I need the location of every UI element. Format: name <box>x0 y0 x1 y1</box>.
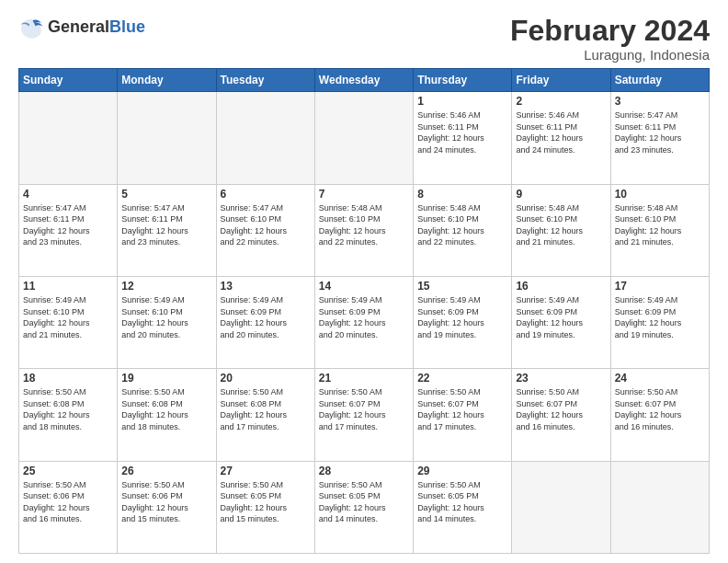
day-cell: 15Sunrise: 5:49 AM Sunset: 6:09 PM Dayli… <box>414 276 512 368</box>
day-cell: 9Sunrise: 5:48 AM Sunset: 6:10 PM Daylig… <box>512 184 610 276</box>
weekday-friday: Friday <box>512 69 610 92</box>
day-cell: 8Sunrise: 5:48 AM Sunset: 6:10 PM Daylig… <box>414 184 512 276</box>
day-info: Sunrise: 5:49 AM Sunset: 6:09 PM Dayligh… <box>221 294 311 340</box>
day-number: 15 <box>417 280 507 293</box>
day-info: Sunrise: 5:50 AM Sunset: 6:07 PM Dayligh… <box>417 386 507 432</box>
day-cell <box>512 461 610 553</box>
day-cell: 1Sunrise: 5:46 AM Sunset: 6:11 PM Daylig… <box>414 92 512 184</box>
day-number: 9 <box>516 188 606 201</box>
logo: GeneralBlue <box>18 15 145 40</box>
day-number: 6 <box>221 188 311 201</box>
day-number: 19 <box>121 372 211 385</box>
logo-text: GeneralBlue <box>48 18 145 37</box>
day-info: Sunrise: 5:49 AM Sunset: 6:10 PM Dayligh… <box>23 294 113 340</box>
day-cell: 6Sunrise: 5:47 AM Sunset: 6:10 PM Daylig… <box>216 184 314 276</box>
day-info: Sunrise: 5:49 AM Sunset: 6:09 PM Dayligh… <box>417 294 507 340</box>
day-info: Sunrise: 5:50 AM Sunset: 6:07 PM Dayligh… <box>516 386 606 432</box>
day-info: Sunrise: 5:50 AM Sunset: 6:06 PM Dayligh… <box>23 479 113 525</box>
day-cell <box>610 461 709 553</box>
day-cell: 18Sunrise: 5:50 AM Sunset: 6:08 PM Dayli… <box>19 369 118 461</box>
day-info: Sunrise: 5:50 AM Sunset: 6:07 PM Dayligh… <box>319 386 409 432</box>
title-block: February 2024 Luragung, Indonesia <box>510 15 710 63</box>
day-number: 2 <box>516 95 606 108</box>
day-info: Sunrise: 5:50 AM Sunset: 6:08 PM Dayligh… <box>23 386 113 432</box>
day-cell: 13Sunrise: 5:49 AM Sunset: 6:09 PM Dayli… <box>216 276 314 368</box>
weekday-header-row: SundayMondayTuesdayWednesdayThursdayFrid… <box>19 69 710 92</box>
day-number: 21 <box>319 372 409 385</box>
day-info: Sunrise: 5:50 AM Sunset: 6:05 PM Dayligh… <box>221 479 311 525</box>
day-cell: 27Sunrise: 5:50 AM Sunset: 6:05 PM Dayli… <box>216 461 314 553</box>
day-info: Sunrise: 5:49 AM Sunset: 6:09 PM Dayligh… <box>319 294 409 340</box>
calendar: SundayMondayTuesdayWednesdayThursdayFrid… <box>18 68 710 554</box>
day-info: Sunrise: 5:47 AM Sunset: 6:11 PM Dayligh… <box>121 202 211 248</box>
weekday-wednesday: Wednesday <box>314 69 413 92</box>
weekday-tuesday: Tuesday <box>216 69 314 92</box>
day-info: Sunrise: 5:50 AM Sunset: 6:05 PM Dayligh… <box>417 479 507 525</box>
day-number: 24 <box>615 372 705 385</box>
day-cell: 3Sunrise: 5:47 AM Sunset: 6:11 PM Daylig… <box>610 92 709 184</box>
day-number: 8 <box>417 188 507 201</box>
day-cell: 25Sunrise: 5:50 AM Sunset: 6:06 PM Dayli… <box>19 461 118 553</box>
day-info: Sunrise: 5:46 AM Sunset: 6:11 PM Dayligh… <box>417 109 507 155</box>
location: Luragung, Indonesia <box>510 47 710 63</box>
day-number: 7 <box>319 188 409 201</box>
day-info: Sunrise: 5:49 AM Sunset: 6:09 PM Dayligh… <box>615 294 705 340</box>
day-number: 17 <box>615 280 705 293</box>
day-cell: 20Sunrise: 5:50 AM Sunset: 6:08 PM Dayli… <box>216 369 314 461</box>
day-info: Sunrise: 5:47 AM Sunset: 6:11 PM Dayligh… <box>615 109 705 155</box>
day-number: 20 <box>221 372 311 385</box>
day-cell: 23Sunrise: 5:50 AM Sunset: 6:07 PM Dayli… <box>512 369 610 461</box>
page: GeneralBlue February 2024 Luragung, Indo… <box>0 0 728 563</box>
day-number: 5 <box>121 188 211 201</box>
day-number: 12 <box>121 280 211 293</box>
day-info: Sunrise: 5:48 AM Sunset: 6:10 PM Dayligh… <box>319 202 409 248</box>
day-number: 1 <box>417 95 507 108</box>
day-cell: 17Sunrise: 5:49 AM Sunset: 6:09 PM Dayli… <box>610 276 709 368</box>
day-cell: 29Sunrise: 5:50 AM Sunset: 6:05 PM Dayli… <box>414 461 512 553</box>
week-row-5: 25Sunrise: 5:50 AM Sunset: 6:06 PM Dayli… <box>19 461 710 553</box>
day-number: 10 <box>615 188 705 201</box>
logo-icon <box>18 15 44 40</box>
day-cell: 7Sunrise: 5:48 AM Sunset: 6:10 PM Daylig… <box>314 184 413 276</box>
day-number: 16 <box>516 280 606 293</box>
day-info: Sunrise: 5:47 AM Sunset: 6:10 PM Dayligh… <box>221 202 311 248</box>
day-cell <box>216 92 314 184</box>
day-info: Sunrise: 5:50 AM Sunset: 6:08 PM Dayligh… <box>221 386 311 432</box>
week-row-2: 4Sunrise: 5:47 AM Sunset: 6:11 PM Daylig… <box>19 184 710 276</box>
day-cell <box>118 92 216 184</box>
day-cell: 14Sunrise: 5:49 AM Sunset: 6:09 PM Dayli… <box>314 276 413 368</box>
day-cell <box>19 92 118 184</box>
day-number: 14 <box>319 280 409 293</box>
day-cell: 24Sunrise: 5:50 AM Sunset: 6:07 PM Dayli… <box>610 369 709 461</box>
header: GeneralBlue February 2024 Luragung, Indo… <box>18 15 710 63</box>
week-row-3: 11Sunrise: 5:49 AM Sunset: 6:10 PM Dayli… <box>19 276 710 368</box>
day-cell: 22Sunrise: 5:50 AM Sunset: 6:07 PM Dayli… <box>414 369 512 461</box>
day-info: Sunrise: 5:48 AM Sunset: 6:10 PM Dayligh… <box>417 202 507 248</box>
weekday-sunday: Sunday <box>19 69 118 92</box>
day-cell: 19Sunrise: 5:50 AM Sunset: 6:08 PM Dayli… <box>118 369 216 461</box>
day-number: 4 <box>23 188 113 201</box>
day-info: Sunrise: 5:47 AM Sunset: 6:11 PM Dayligh… <box>23 202 113 248</box>
day-info: Sunrise: 5:50 AM Sunset: 6:05 PM Dayligh… <box>319 479 409 525</box>
weekday-saturday: Saturday <box>610 69 709 92</box>
day-cell: 28Sunrise: 5:50 AM Sunset: 6:05 PM Dayli… <box>314 461 413 553</box>
day-info: Sunrise: 5:49 AM Sunset: 6:09 PM Dayligh… <box>516 294 606 340</box>
day-number: 22 <box>417 372 507 385</box>
day-number: 29 <box>417 465 507 477</box>
day-info: Sunrise: 5:50 AM Sunset: 6:07 PM Dayligh… <box>615 386 705 432</box>
week-row-1: 1Sunrise: 5:46 AM Sunset: 6:11 PM Daylig… <box>19 92 710 184</box>
day-number: 18 <box>23 372 113 385</box>
month-title: February 2024 <box>510 15 710 47</box>
day-info: Sunrise: 5:50 AM Sunset: 6:08 PM Dayligh… <box>121 386 211 432</box>
day-number: 11 <box>23 280 113 293</box>
day-cell: 2Sunrise: 5:46 AM Sunset: 6:11 PM Daylig… <box>512 92 610 184</box>
weekday-thursday: Thursday <box>414 69 512 92</box>
day-number: 26 <box>121 465 211 477</box>
day-cell: 5Sunrise: 5:47 AM Sunset: 6:11 PM Daylig… <box>118 184 216 276</box>
day-info: Sunrise: 5:49 AM Sunset: 6:10 PM Dayligh… <box>121 294 211 340</box>
day-number: 28 <box>319 465 409 477</box>
day-info: Sunrise: 5:46 AM Sunset: 6:11 PM Dayligh… <box>516 109 606 155</box>
day-cell: 26Sunrise: 5:50 AM Sunset: 6:06 PM Dayli… <box>118 461 216 553</box>
day-number: 3 <box>615 95 705 108</box>
day-info: Sunrise: 5:48 AM Sunset: 6:10 PM Dayligh… <box>516 202 606 248</box>
